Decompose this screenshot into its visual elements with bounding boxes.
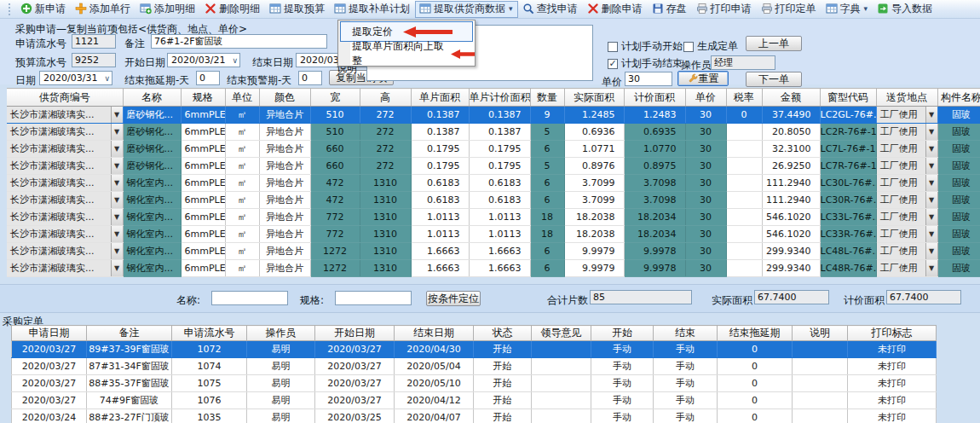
table-row[interactable]: 长沙市潇湘玻璃实...▼磨砂钢化...6mmPLE...㎡异地合片6602720…: [7, 158, 980, 175]
grid-cell[interactable]: 固玻: [937, 107, 980, 124]
grid-cell[interactable]: LC30R-76#...: [820, 192, 876, 209]
grid-cell[interactable]: 6: [530, 141, 564, 158]
grid-cell[interactable]: 1.6663: [469, 260, 530, 277]
grid-cell[interactable]: 1.0771: [564, 141, 624, 158]
grid-cell[interactable]: 钢化室内...: [123, 260, 181, 277]
grid-cell[interactable]: 272: [360, 141, 411, 158]
grid-cell[interactable]: 0.6183: [469, 192, 530, 209]
grid-cell[interactable]: 772: [310, 226, 360, 243]
grid-cell[interactable]: LC2R-76#-1F: [820, 124, 876, 141]
grid-cell[interactable]: 固玻: [937, 124, 980, 141]
toolbar-button-1[interactable]: 新申请: [16, 1, 71, 18]
filter-spec-input[interactable]: [335, 291, 412, 305]
grid-cell[interactable]: 0.1795: [469, 158, 530, 175]
grid-cell[interactable]: 钢化室内...: [123, 243, 181, 260]
grid-cell[interactable]: 1310: [360, 209, 411, 226]
table-row[interactable]: 长沙市潇湘玻璃实...▼钢化室内...6mmPLE...㎡异地合片4721310…: [7, 192, 980, 209]
grid-cell[interactable]: 钢化室内...: [123, 226, 181, 243]
table-row[interactable]: 长沙市潇湘玻璃实...▼钢化室内...6mmPLE...㎡异地合片1272131…: [7, 260, 980, 277]
grid-cell[interactable]: 6: [530, 243, 564, 260]
grid-cell[interactable]: [726, 141, 762, 158]
grid-cell[interactable]: 钢化室内...: [123, 175, 181, 192]
reset-button[interactable]: 重置: [677, 71, 729, 86]
grid-cell[interactable]: 1.0113: [469, 209, 530, 226]
grid-cell[interactable]: [726, 226, 762, 243]
grid-cell[interactable]: LC33L-76#...: [820, 209, 876, 226]
manual-end-checkbox[interactable]: ✓计划手动结束: [608, 56, 683, 71]
grid-cell[interactable]: 1310: [360, 226, 411, 243]
grid-cell[interactable]: 6mmPLE...: [181, 260, 225, 277]
grid-cell[interactable]: 9.9978: [624, 260, 685, 277]
grid-cell[interactable]: 20.8050: [762, 124, 820, 141]
grid-cell[interactable]: 固玻: [937, 209, 980, 226]
grid-cell[interactable]: 钢化室内...: [123, 192, 181, 209]
supplier-combo-cell[interactable]: 长沙市潇湘玻璃实...▼: [7, 192, 123, 209]
grid-cell[interactable]: [726, 260, 762, 277]
grid-cell[interactable]: 30: [685, 192, 726, 209]
supplier-combo-cell[interactable]: 长沙市潇湘玻璃实...▼: [7, 175, 123, 192]
supplier-combo-cell[interactable]: 长沙市潇湘玻璃实...▼: [7, 243, 123, 260]
grid-cell[interactable]: 6mmPLE...: [181, 141, 225, 158]
grid-cell[interactable]: [726, 124, 762, 141]
grid-cell[interactable]: 1.6663: [411, 260, 469, 277]
grid-cell[interactable]: 1.0770: [624, 141, 685, 158]
grid-cell[interactable]: 0.1795: [411, 141, 469, 158]
grid-cell[interactable]: 6mmPLE...: [181, 226, 225, 243]
grid-cell[interactable]: 异地合片: [259, 243, 310, 260]
grid-cell[interactable]: 272: [360, 107, 411, 124]
grid-cell[interactable]: 异地合片: [259, 124, 310, 141]
grid-cell[interactable]: 异地合片: [259, 175, 310, 192]
grid-cell[interactable]: [726, 192, 762, 209]
grid-cell[interactable]: 660: [310, 141, 360, 158]
grid-cell[interactable]: LC48L-76#...: [820, 243, 876, 260]
delivery-location-combo-cell[interactable]: 工厂使用▼: [876, 141, 937, 158]
grid-cell[interactable]: 磨砂钢化...: [123, 158, 181, 175]
chevron-down-icon[interactable]: ▼: [111, 260, 123, 276]
grid-cell[interactable]: [726, 175, 762, 192]
grid-cell[interactable]: 18.2038: [564, 209, 624, 226]
toolbar-button-2[interactable]: 添加单行: [71, 1, 135, 18]
grid-cell[interactable]: ㎡: [225, 226, 259, 243]
table-row[interactable]: 长沙市潇湘玻璃实...▼钢化室内...6mmPLE...㎡异地合片4721310…: [7, 175, 980, 192]
grid-cell[interactable]: 6mmPLE...: [181, 158, 225, 175]
toolbar-button-8[interactable]: 查找申请: [518, 1, 583, 18]
unit-price-input[interactable]: [625, 72, 672, 86]
grid-cell[interactable]: 磨砂钢化...: [123, 141, 181, 158]
grid-cell[interactable]: 18.2034: [624, 226, 685, 243]
grid-cell[interactable]: 18: [530, 209, 564, 226]
grid-cell[interactable]: 固玻: [937, 141, 980, 158]
grid-cell[interactable]: 1.0113: [411, 209, 469, 226]
grid-cell[interactable]: 固玻: [937, 175, 980, 192]
chevron-down-icon[interactable]: ▼: [111, 243, 123, 259]
grid-cell[interactable]: 6mmPLE...: [181, 175, 225, 192]
grid-cell[interactable]: [726, 243, 762, 260]
grid-cell[interactable]: 30: [685, 260, 726, 277]
chevron-down-icon[interactable]: ▼: [925, 260, 937, 276]
grid-cell[interactable]: 111.2940: [762, 192, 820, 209]
grid-cell[interactable]: 30: [685, 226, 726, 243]
table-row[interactable]: 长沙市潇湘玻璃实...▼磨砂钢化...6mmPLE...㎡异地合片5102720…: [7, 124, 980, 141]
grid-cell[interactable]: 37.4490: [762, 107, 820, 124]
grid-cell[interactable]: 1.0113: [469, 226, 530, 243]
toolbar-button-14[interactable]: 导入数据: [873, 1, 937, 18]
chevron-down-icon[interactable]: ▼: [111, 141, 123, 157]
order-row[interactable]: 2020/03/2787#31-34F窗固玻1074易明2020/03/2720…: [12, 358, 937, 375]
grid-cell[interactable]: LC7L-76#-1FO: [820, 141, 876, 158]
chevron-down-icon[interactable]: ▼: [925, 192, 937, 208]
grid-cell[interactable]: 299.9340: [762, 260, 820, 277]
delivery-location-combo-cell[interactable]: 工厂使用▼: [876, 192, 937, 209]
grid-cell[interactable]: 1.2483: [624, 107, 685, 124]
grid-cell[interactable]: 1310: [360, 192, 411, 209]
end-delay-input[interactable]: [196, 71, 220, 85]
delivery-location-combo-cell[interactable]: 工厂使用▼: [876, 107, 937, 124]
grid-cell[interactable]: LC2GL-76#...: [820, 107, 876, 124]
grid-cell[interactable]: 510: [310, 107, 360, 124]
grid-cell[interactable]: 0: [726, 107, 762, 124]
grid-cell[interactable]: 660: [310, 158, 360, 175]
chevron-down-icon[interactable]: ▼: [925, 124, 937, 140]
order-row[interactable]: 2020/03/2774#9F窗固玻1076易明2020/03/272020/0…: [12, 392, 937, 409]
budget-serial-input[interactable]: [72, 53, 116, 67]
grid-cell[interactable]: 1.2485: [564, 107, 624, 124]
grid-cell[interactable]: 272: [360, 124, 411, 141]
grid-cell[interactable]: 6: [530, 260, 564, 277]
